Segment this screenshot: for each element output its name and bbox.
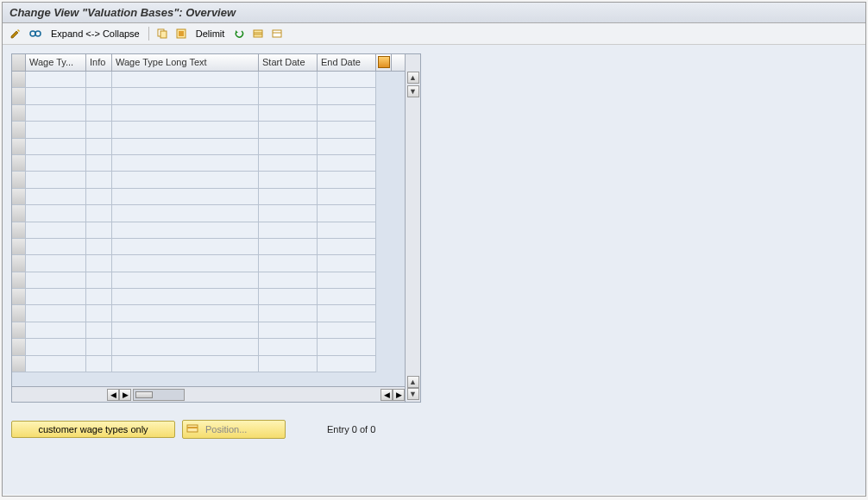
deselect-icon[interactable]	[269, 26, 285, 41]
table-row[interactable]	[12, 105, 405, 122]
other-view-icon[interactable]	[27, 26, 44, 41]
position-button[interactable]: Position...	[182, 420, 286, 439]
svg-rect-4	[160, 31, 167, 38]
column-info[interactable]: Info	[86, 54, 112, 71]
table-row[interactable]	[12, 88, 405, 104]
scroll-down-end-icon[interactable]: ▼	[407, 388, 419, 400]
table-body	[12, 72, 405, 386]
column-wage-type[interactable]: Wage Ty...	[26, 54, 86, 71]
window-title: Change View "Valuation Bases": Overview	[3, 3, 865, 23]
column-start-date[interactable]: Start Date	[259, 54, 318, 71]
table-row[interactable]	[12, 205, 405, 222]
expand-collapse-button[interactable]: Expand <-> Collapse	[47, 28, 143, 39]
svg-rect-6	[179, 31, 184, 36]
scroll-up-icon[interactable]: ▲	[407, 72, 419, 84]
table-row[interactable]	[12, 356, 405, 372]
position-label: Position...	[205, 424, 247, 434]
table-row[interactable]	[12, 72, 405, 88]
table-config-icon	[378, 56, 390, 68]
svg-rect-10	[273, 30, 281, 37]
svg-point-0	[30, 31, 35, 36]
content-area: Wage Ty... Info Wage Type Long Text Star…	[3, 45, 865, 495]
scroll-right-icon[interactable]: ▶	[119, 389, 131, 401]
column-end-date[interactable]: End Date	[318, 54, 376, 71]
table-row[interactable]	[12, 139, 405, 155]
table-row[interactable]	[12, 172, 405, 188]
column-long-text[interactable]: Wage Type Long Text	[112, 54, 259, 71]
sap-window: Change View "Valuation Bases": Overview …	[2, 2, 866, 497]
delimit-button[interactable]: Delimit	[192, 28, 229, 39]
entry-counter: Entry 0 of 0	[327, 424, 375, 434]
vertical-scrollbar: ▲ ▼ ▲ ▼	[405, 54, 420, 402]
bottom-bar: customer wage types only Position... Ent…	[11, 420, 857, 439]
table-row[interactable]	[12, 222, 405, 239]
table-row[interactable]	[12, 122, 405, 138]
scroll-up-end-icon[interactable]: ▲	[407, 376, 419, 388]
scroll-right-end-icon[interactable]: ▶	[393, 389, 405, 401]
table-config-button[interactable]	[376, 54, 392, 71]
table-row[interactable]	[12, 339, 405, 355]
toolbar-separator	[148, 27, 149, 41]
hscroll-track[interactable]	[133, 389, 185, 401]
scroll-left-end-icon[interactable]: ◀	[381, 389, 393, 401]
horizontal-scrollbar: ◀ ▶ ◀ ▶	[12, 386, 405, 402]
table-header-row: Wage Ty... Info Wage Type Long Text Star…	[12, 54, 405, 72]
copy-icon[interactable]	[154, 26, 170, 41]
application-toolbar: Expand <-> Collapse Delimit	[3, 23, 865, 45]
customer-wage-types-button[interactable]: customer wage types only	[11, 421, 175, 438]
toggle-change-icon[interactable]	[8, 26, 23, 41]
scroll-down-icon[interactable]: ▼	[407, 85, 419, 97]
svg-rect-13	[187, 427, 198, 428]
table-row[interactable]	[12, 155, 405, 172]
column-selector[interactable]	[12, 54, 26, 71]
svg-point-1	[35, 31, 41, 36]
table-row[interactable]	[12, 289, 405, 305]
table-row[interactable]	[12, 189, 405, 205]
select-block-icon[interactable]	[250, 26, 266, 41]
svg-rect-7	[254, 30, 262, 37]
position-icon	[186, 422, 198, 436]
undo-icon[interactable]	[231, 26, 247, 41]
table-row[interactable]	[12, 272, 405, 289]
data-table: Wage Ty... Info Wage Type Long Text Star…	[11, 53, 421, 403]
table-row[interactable]	[12, 255, 405, 272]
select-all-icon[interactable]	[173, 26, 189, 41]
table-row[interactable]	[12, 239, 405, 255]
table-row[interactable]	[12, 305, 405, 322]
hscroll-thumb[interactable]	[135, 391, 153, 398]
table-row[interactable]	[12, 322, 405, 339]
scroll-left-icon[interactable]: ◀	[107, 389, 119, 401]
